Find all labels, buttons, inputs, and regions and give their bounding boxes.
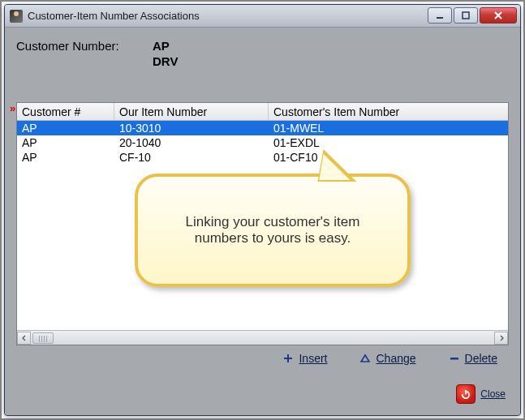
cell-our-item: 20-1040: [114, 135, 269, 150]
change-label: Change: [376, 352, 415, 365]
table-row[interactable]: AP10-301001-MWEL: [17, 121, 508, 135]
plus-icon: [282, 353, 294, 364]
window-title: Customer-Item Number Associations: [28, 10, 200, 22]
power-icon: [456, 384, 476, 404]
customer-number-value-2: DRV: [153, 54, 509, 68]
svg-rect-0: [437, 17, 443, 19]
callout-text: Linking your customer's item numbers to …: [162, 214, 383, 246]
customer-number-label: Customer Number:: [16, 39, 146, 53]
maximize-button[interactable]: [454, 7, 478, 24]
svg-rect-1: [463, 12, 469, 19]
grid-header: Customer # Our Item Number Customer's It…: [17, 103, 508, 121]
col-header-customer-item[interactable]: Customer's Item Number: [269, 103, 508, 120]
dialog-window: Customer-Item Number Associations Custom…: [4, 4, 521, 416]
window-close-button[interactable]: [480, 7, 517, 24]
cell-our-item: CF-10: [114, 150, 269, 165]
scroll-thumb[interactable]: [32, 332, 54, 344]
insert-label: Insert: [299, 352, 327, 365]
insert-button[interactable]: Insert: [282, 352, 327, 365]
help-callout: Linking your customer's item numbers to …: [135, 174, 411, 287]
cell-customer: AP: [17, 150, 114, 165]
change-button[interactable]: Change: [359, 352, 415, 365]
cell-customer-item: 01-MWEL: [269, 121, 508, 135]
client-area: Customer Number: AP DRV » Customer # Our…: [5, 28, 520, 415]
close-label: Close: [480, 388, 506, 400]
cell-customer-item: 01-CF10: [269, 150, 508, 165]
minimize-button[interactable]: [428, 7, 452, 24]
table-row[interactable]: APCF-1001-CF10: [17, 150, 508, 165]
delete-button[interactable]: Delete: [449, 352, 497, 365]
cell-customer: AP: [17, 121, 114, 135]
delete-label: Delete: [465, 352, 497, 365]
customer-number-value: AP: [153, 39, 170, 53]
horizontal-scrollbar[interactable]: [17, 330, 508, 345]
cell-customer-item: 01-EXDL: [269, 135, 508, 150]
col-header-customer[interactable]: Customer #: [17, 103, 114, 120]
table-row[interactable]: AP20-104001-EXDL: [17, 135, 508, 150]
close-button[interactable]: Close: [456, 384, 506, 404]
cell-our-item: 10-3010: [114, 121, 269, 135]
current-row-marker-icon: »: [10, 102, 15, 114]
svg-rect-2: [450, 358, 458, 360]
cell-customer: AP: [17, 135, 114, 150]
action-row: Insert Change Delete: [5, 352, 497, 365]
scroll-right-button[interactable]: [494, 332, 508, 345]
minus-icon: [449, 353, 460, 364]
col-header-our-item[interactable]: Our Item Number: [114, 103, 269, 120]
app-icon: [10, 10, 23, 23]
triangle-icon: [359, 353, 371, 364]
scroll-left-button[interactable]: [17, 332, 31, 345]
titlebar[interactable]: Customer-Item Number Associations: [5, 5, 520, 28]
